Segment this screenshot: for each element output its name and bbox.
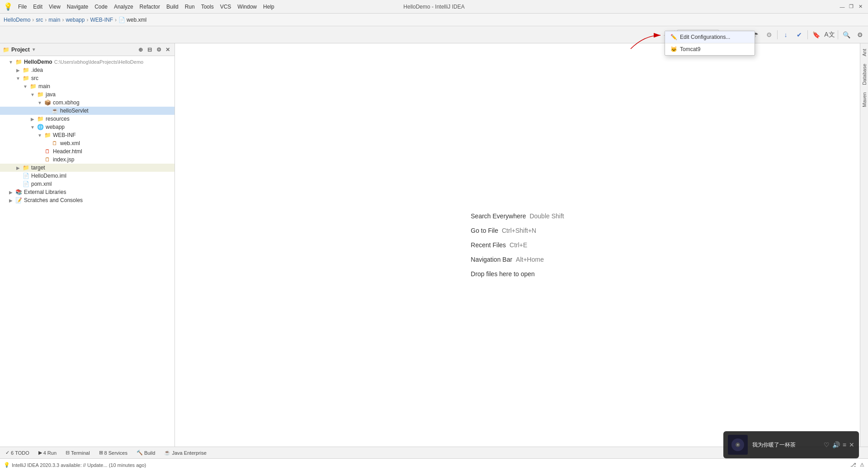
build-tab[interactable]: 🔨 Build <box>135 449 157 457</box>
expand-arrow-java: ▼ <box>29 92 36 97</box>
ant-tab[interactable]: Ant <box>861 45 868 60</box>
profiler-button[interactable]: ⚙ <box>763 28 775 41</box>
breadcrumb-sep-4: › <box>86 17 88 23</box>
like-button[interactable]: ♡ <box>824 441 830 448</box>
welcome-item-search: Search Everywhere Double Shift <box>471 212 564 220</box>
tree-item-main[interactable]: ▼ 📁 main <box>0 82 175 90</box>
status-text[interactable]: IntelliJ IDEA 2020.3.3 available: // Upd… <box>12 462 146 468</box>
status-bar: 💡 IntelliJ IDEA 2020.3.3 available: // U… <box>0 458 868 471</box>
menu-code[interactable]: Code <box>92 3 110 11</box>
java-enterprise-tab[interactable]: ☕ Java Enterprise <box>162 449 208 457</box>
close-button[interactable]: ✕ <box>856 3 864 11</box>
minimize-button[interactable]: — <box>838 3 846 11</box>
tree-label-helloservlet: helloServlet <box>60 108 89 114</box>
menu-run[interactable]: Run <box>182 3 198 11</box>
tree-item-webinf[interactable]: ▼ 📁 WEB-INF <box>0 131 175 139</box>
locate-icon[interactable]: ⊕ <box>137 46 145 54</box>
close-music-button[interactable]: ✕ <box>849 441 854 448</box>
folder-icon-idea: 📁 <box>22 67 30 73</box>
tree-item-src[interactable]: ▼ 📁 src <box>0 74 175 82</box>
tree-label-webxml: web.xml <box>60 140 80 146</box>
build-label: Build <box>144 450 155 456</box>
breadcrumb-webinf[interactable]: WEB-INF <box>90 17 113 23</box>
menu-window[interactable]: Window <box>235 3 259 11</box>
menu-analyze[interactable]: Analyze <box>111 3 136 11</box>
menu-bar: 💡 File Edit View Navigate Code Analyze R… <box>4 2 277 11</box>
settings-button[interactable]: ⚙ <box>854 28 866 41</box>
run-config-dropdown: ✏️ Edit Configurations... 🐱 Tomcat9 <box>665 31 755 56</box>
translate-button[interactable]: A文 <box>823 28 836 41</box>
menu-tools[interactable]: Tools <box>198 3 217 11</box>
tree-item-webxml[interactable]: 🗒 web.xml <box>0 139 175 147</box>
todo-tab[interactable]: ✓ 6 TODO <box>4 449 31 457</box>
lib-icon: 📚 <box>14 189 23 195</box>
tree-item-webapp[interactable]: ▼ 🌐 webapp <box>0 123 175 131</box>
music-notification: 我为你暖了一杯茶 ♡ 🔊 ≡ ✕ <box>723 431 859 458</box>
run-tab-number: 4 <box>43 450 46 456</box>
menu-vcs[interactable]: VCS <box>217 3 234 11</box>
tree-label-pom: pom.xml <box>31 181 52 187</box>
breadcrumb-src[interactable]: src <box>36 17 43 23</box>
status-left: 💡 IntelliJ IDEA 2020.3.3 available: // U… <box>4 462 847 468</box>
tree-item-target[interactable]: ▶ 📁 target <box>0 164 175 172</box>
folder-icon-java: 📁 <box>36 91 44 98</box>
breadcrumb-webapp[interactable]: webapp <box>66 17 85 23</box>
menu-help[interactable]: Help <box>260 3 277 11</box>
volume-button[interactable]: 🔊 <box>832 441 840 448</box>
git-icon: ⎇ <box>850 462 856 468</box>
edit-configurations-item[interactable]: ✏️ Edit Configurations... <box>665 31 755 43</box>
tree-label-comxbhog: com.xbhog <box>53 99 80 106</box>
tree-item-resources[interactable]: ▶ 📁 resources <box>0 115 175 123</box>
tree-item-external-libraries[interactable]: ▶ 📚 External Libraries <box>0 188 175 196</box>
menu-navigate[interactable]: Navigate <box>64 3 91 11</box>
tree-label-main: main <box>38 83 50 89</box>
vcs-update-button[interactable]: ↓ <box>779 28 792 41</box>
folder-icon-webinf: 📁 <box>43 132 52 138</box>
menu-button[interactable]: ≡ <box>843 441 846 448</box>
java-enterprise-label: Java Enterprise <box>172 450 206 456</box>
tree-item-pomxml[interactable]: 📄 pom.xml <box>0 180 175 188</box>
menu-view[interactable]: View <box>46 3 63 11</box>
tree-item-hellodemo-iml[interactable]: 📄 HelloDemo.iml <box>0 172 175 180</box>
tree-item-scratches[interactable]: ▶ 📝 Scratches and Consoles <box>0 196 175 204</box>
menu-edit[interactable]: Edit <box>30 3 45 11</box>
todo-text: TODO <box>15 450 29 456</box>
terminal-tab[interactable]: ⊟ Terminal <box>64 449 92 457</box>
tree-label-scratches: Scratches and Consoles <box>24 197 83 203</box>
breadcrumb-main[interactable]: main <box>48 17 60 23</box>
expand-arrow-webinf: ▼ <box>36 133 43 138</box>
tree-item-helloservlet[interactable]: ☕ helloServlet <box>0 107 175 115</box>
tree-item-comxbhog[interactable]: ▼ 📦 com.xbhog <box>0 99 175 107</box>
menu-file[interactable]: File <box>15 3 29 11</box>
database-tab[interactable]: Database <box>861 60 868 89</box>
tree-item-idea[interactable]: ▶ 📁 .idea <box>0 66 175 74</box>
panel-close-icon[interactable]: ✕ <box>164 46 172 54</box>
warning-icon: ⚠ <box>860 462 864 468</box>
maven-tab[interactable]: Maven <box>861 89 868 111</box>
maximize-button[interactable]: ❐ <box>847 3 855 11</box>
tree-item-hellodemo[interactable]: ▼ 📁 HelloDemo C:\Users\xbhog\IdeaProject… <box>0 58 175 66</box>
menu-refactor[interactable]: Refactor <box>137 3 163 11</box>
breadcrumb-hellodemo[interactable]: HelloDemo <box>4 17 30 23</box>
collapse-all-icon[interactable]: ⊟ <box>146 46 154 54</box>
tree-item-headerhtml[interactable]: 🗒 Header.html <box>0 147 175 155</box>
terminal-label: Terminal <box>71 450 90 456</box>
terminal-icon: ⊟ <box>66 450 70 456</box>
run-tab[interactable]: ▶ 4 Run <box>37 449 58 457</box>
bookmark-button[interactable]: 🔖 <box>810 28 822 41</box>
welcome-content: Search Everywhere Double Shift Go to Fil… <box>471 212 564 278</box>
panel-title: 📁 Project ▼ <box>3 47 36 53</box>
panel-dropdown-icon[interactable]: ▼ <box>32 47 36 52</box>
panel-settings-icon[interactable]: ⚙ <box>155 46 163 54</box>
java-enterprise-icon: ☕ <box>164 450 170 456</box>
services-icon: ⊞ <box>99 450 103 456</box>
tree-item-java[interactable]: ▼ 📁 java <box>0 90 175 99</box>
tree-item-indexjsp[interactable]: 🗒 index.jsp <box>0 155 175 164</box>
search-everywhere-button[interactable]: 🔍 <box>840 28 853 41</box>
tomcat9-config-item[interactable]: 🐱 Tomcat9 <box>665 43 755 55</box>
vcs-commit-button[interactable]: ✔ <box>793 28 806 41</box>
services-tab[interactable]: ⊞ 8 Services <box>97 449 129 457</box>
folder-icon-resources: 📁 <box>36 116 44 122</box>
services-number: 8 <box>104 450 107 456</box>
menu-build[interactable]: Build <box>164 3 181 11</box>
